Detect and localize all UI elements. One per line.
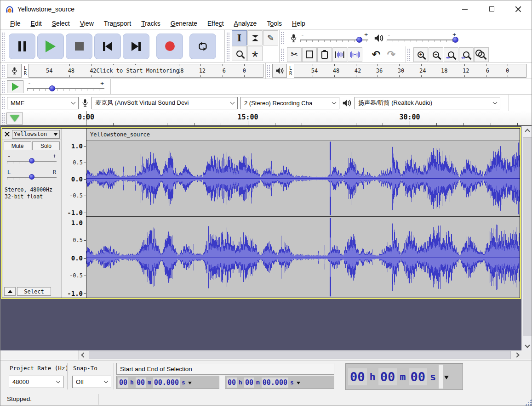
- zoom-out-button[interactable]: [429, 47, 443, 62]
- paste-button[interactable]: [317, 47, 332, 62]
- recording-channels-dropdown[interactable]: 2 (Stereo) Recording Cha: [240, 97, 339, 109]
- slider-knob[interactable]: [49, 85, 55, 91]
- toolbar-grip[interactable]: [226, 32, 230, 61]
- zoom-tool-button[interactable]: [232, 46, 247, 61]
- timeline-options-button[interactable]: [6, 113, 23, 124]
- menu-edit[interactable]: Edit: [26, 18, 47, 29]
- toolbar-grip[interactable]: [280, 32, 284, 45]
- toolbar-grip[interactable]: [1, 64, 5, 77]
- menu-tools[interactable]: Tools: [262, 18, 287, 29]
- recording-volume-slider[interactable]: - +: [300, 31, 368, 45]
- time-value[interactable]: 00: [227, 378, 237, 388]
- time-value[interactable]: 00.000: [262, 378, 288, 388]
- menu-select[interactable]: Select: [47, 18, 75, 29]
- menu-tracks[interactable]: Tracks: [136, 18, 166, 29]
- minimize-button[interactable]: [452, 0, 478, 17]
- time-digits[interactable]: 00h00m00.000s: [226, 378, 295, 388]
- track-area[interactable]: Yellowston Mute Solo - +: [0, 126, 532, 350]
- audio-position-display[interactable]: 00h00m00s: [345, 363, 463, 390]
- scroll-left-button[interactable]: [79, 350, 89, 360]
- scroll-right-button[interactable]: [512, 350, 522, 360]
- project-rate-dropdown[interactable]: 48000: [9, 376, 63, 388]
- close-button[interactable]: [505, 0, 532, 17]
- monitoring-hint[interactable]: Click to Start Monitoring: [97, 65, 179, 77]
- menu-transport[interactable]: Transport: [99, 18, 136, 29]
- time-value[interactable]: 00: [118, 378, 128, 388]
- toolbar-grip[interactable]: [1, 81, 5, 93]
- recording-meter-mic-button[interactable]: [7, 64, 22, 78]
- draw-tool-button[interactable]: [263, 30, 278, 45]
- time-value[interactable]: 00.000: [153, 378, 180, 388]
- skip-to-start-button[interactable]: [94, 34, 121, 59]
- time-value[interactable]: 00: [378, 368, 397, 385]
- mute-button[interactable]: Mute: [4, 141, 31, 150]
- playback-meter[interactable]: -54-48-42-36-30-24-18-12-60: [294, 64, 526, 78]
- multi-tool-button[interactable]: [247, 46, 263, 61]
- track-close-button[interactable]: [4, 131, 11, 138]
- undo-button[interactable]: [369, 47, 383, 62]
- menu-analyze[interactable]: Analyze: [229, 18, 262, 29]
- record-button[interactable]: [156, 34, 183, 59]
- selection-tool-button[interactable]: [232, 30, 247, 45]
- dropdown-arrow-icon[interactable]: [297, 382, 300, 386]
- time-value[interactable]: 00: [348, 368, 367, 385]
- time-value[interactable]: 00: [136, 378, 146, 388]
- trim-audio-button[interactable]: [332, 47, 347, 62]
- toolbar-grip[interactable]: [267, 64, 270, 77]
- track-select-button[interactable]: Select: [17, 287, 51, 296]
- toolbar-grip[interactable]: [280, 48, 284, 61]
- waveform-channel-left[interactable]: [86, 141, 520, 216]
- time-value[interactable]: 00: [244, 378, 254, 388]
- window-resize-grip[interactable]: [525, 399, 532, 406]
- timeline-ruler[interactable]: 0:0015:0030:00: [24, 111, 532, 125]
- selection-mode-dropdown[interactable]: Start and End of Selection: [116, 363, 334, 375]
- playback-volume-slider[interactable]: - +: [387, 31, 457, 45]
- play-at-speed-button[interactable]: [7, 80, 23, 93]
- snap-to-dropdown[interactable]: Off: [72, 376, 111, 388]
- envelope-tool-button[interactable]: [247, 30, 263, 45]
- track-collapse-button[interactable]: [4, 287, 16, 296]
- track-pan-slider[interactable]: L R: [7, 169, 57, 182]
- redo-button[interactable]: [384, 47, 399, 62]
- menu-effect[interactable]: Effect: [202, 18, 229, 29]
- slider-knob[interactable]: [29, 174, 34, 180]
- play-button[interactable]: [37, 34, 64, 59]
- toolbar-grip[interactable]: [1, 32, 5, 61]
- fit-project-button[interactable]: ⇔: [459, 47, 474, 62]
- track-gain-slider[interactable]: - +: [7, 153, 57, 166]
- recording-meter[interactable]: Click to Start Monitoring -54-48-42-36-3…: [29, 64, 263, 78]
- toolbar-grip[interactable]: [1, 113, 5, 124]
- maximize-button[interactable]: [478, 0, 505, 17]
- vertical-scroll-thumb[interactable]: [523, 137, 532, 336]
- playback-speed-slider[interactable]: - +: [27, 80, 104, 94]
- slider-knob[interactable]: [356, 37, 362, 43]
- menu-view[interactable]: View: [75, 18, 99, 29]
- time-digits[interactable]: 00h00m00.000s: [118, 378, 187, 388]
- menu-generate[interactable]: Generate: [166, 18, 202, 29]
- toolbar-grip[interactable]: [407, 48, 411, 61]
- loop-button[interactable]: [189, 34, 216, 59]
- copy-button[interactable]: [302, 47, 317, 62]
- slider-knob[interactable]: [452, 37, 458, 43]
- zoom-toggle-button[interactable]: [474, 47, 489, 62]
- fit-selection-button[interactable]: ↔: [444, 47, 458, 62]
- pause-button[interactable]: [9, 34, 35, 59]
- selection-start-time[interactable]: 00h00m00.000s: [116, 376, 219, 389]
- scroll-down-button[interactable]: [522, 340, 532, 350]
- stop-button[interactable]: [66, 34, 92, 59]
- dropdown-arrow-icon[interactable]: [188, 382, 192, 386]
- waveform-channel-right[interactable]: [86, 217, 520, 298]
- menu-help[interactable]: Help: [287, 18, 310, 29]
- playback-device-dropdown[interactable]: 扬声器/听筒 (Realtek Audio): [355, 97, 500, 109]
- toolbar-grip[interactable]: [1, 96, 5, 109]
- selection-end-time[interactable]: 00h00m00.000s: [225, 376, 334, 389]
- dropdown-arrow-icon[interactable]: [444, 376, 449, 382]
- slider-knob[interactable]: [29, 158, 34, 164]
- vertical-scale-ruler[interactable]: 1.00.50.0-0.5-1.01.00.50.0-0.5-1.0: [61, 129, 86, 298]
- horizontal-scroll-thumb[interactable]: [89, 351, 511, 359]
- time-value[interactable]: 00: [409, 368, 428, 385]
- playback-meter-speaker-button[interactable]: [272, 64, 287, 78]
- menu-file[interactable]: File: [5, 18, 26, 29]
- cut-button[interactable]: [287, 47, 302, 62]
- silence-audio-button[interactable]: [348, 47, 362, 62]
